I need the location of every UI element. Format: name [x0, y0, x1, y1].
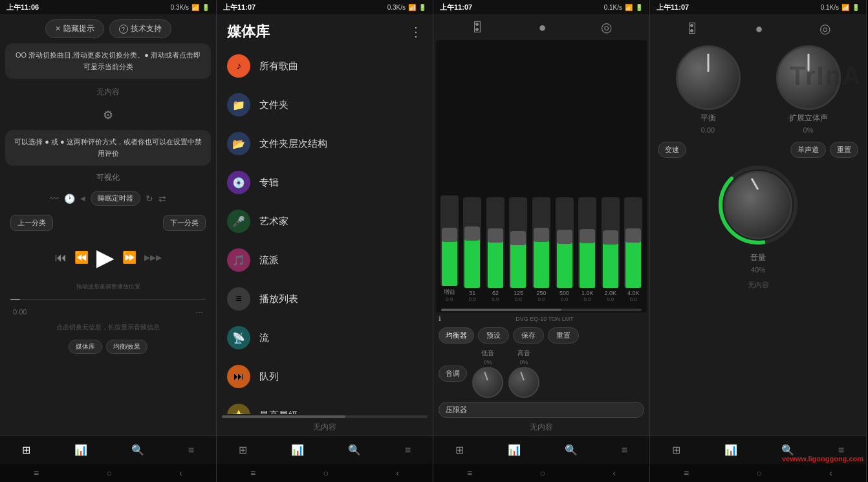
varispeed-button[interactable]: 变速 [658, 142, 686, 158]
s4-dot-icon[interactable]: ● [755, 21, 763, 36]
s4-sliders-icon[interactable]: 🎛 [686, 21, 699, 36]
eq-track-500[interactable] [556, 197, 574, 288]
eq-thumb-31[interactable] [464, 226, 480, 241]
save-button[interactable]: 保存 [513, 327, 544, 344]
chart-nav-icon-2[interactable]: 📊 [291, 444, 304, 456]
eq-track-31[interactable] [463, 197, 481, 288]
list-item-album[interactable]: 💿 专辑 [217, 163, 433, 202]
progress-area[interactable] [5, 298, 211, 301]
android-home-button-2[interactable]: ○ [323, 468, 329, 478]
search-nav-icon-3[interactable]: 🔍 [565, 444, 578, 456]
chart-nav-icon[interactable]: 📊 [74, 444, 87, 456]
timer-button[interactable]: 睡眠定时器 [91, 191, 140, 206]
volume-label: 音量 [750, 252, 766, 263]
eq-track-250[interactable] [532, 197, 550, 288]
fast-forward-button[interactable]: ⏩ [122, 250, 136, 265]
play-button[interactable]: ▶ [96, 244, 114, 271]
search-nav-icon[interactable]: 🔍 [131, 444, 144, 456]
visualize-label: 可视化 [5, 171, 211, 184]
eq-track-1k[interactable] [578, 197, 596, 288]
list-item-playlist[interactable]: ≡ 播放列表 [217, 279, 433, 318]
chart-nav-icon-4[interactable]: 📊 [724, 444, 737, 456]
list-item-stream[interactable]: 📡 流 [217, 318, 433, 357]
library-list: ♪ 所有歌曲 📁 文件夹 📂 文件夹层次结构 💿 专辑 🎤 艺术家 🎵 流 [217, 47, 433, 414]
android-back-button[interactable]: ‹ [179, 468, 182, 478]
android-menu-button-4[interactable]: ≡ [684, 468, 689, 478]
menu-dots-button[interactable]: ⋮ [409, 24, 422, 39]
eq-dot-icon[interactable]: ● [538, 20, 546, 35]
android-menu-button-3[interactable]: ≡ [467, 468, 472, 478]
network-speed-1: 0.3K/s [171, 4, 189, 11]
eq-sliders-icon[interactable]: 🎛 [471, 20, 484, 35]
menu-nav-icon-4[interactable]: ≡ [838, 444, 844, 456]
skip-back-button[interactable]: ⏮ [55, 251, 67, 265]
next-category-button[interactable]: 下一分类 [163, 215, 206, 231]
menu-nav-icon[interactable]: ≡ [188, 444, 194, 456]
eq-effects-button[interactable]: 均衡/效果 [106, 340, 148, 354]
reset-button-s4[interactable]: 重置 [830, 142, 858, 158]
eq-surround-icon[interactable]: ◎ [601, 19, 612, 35]
s4-top-icons: 🎛 ● ◎ [653, 17, 863, 40]
list-item-artist[interactable]: 🎤 艺术家 [217, 202, 433, 241]
chart-nav-icon-3[interactable]: 📊 [508, 444, 521, 456]
balance-knob[interactable] [676, 45, 741, 110]
list-item-genre[interactable]: 🎵 流派 [217, 241, 433, 279]
grid-nav-icon[interactable]: ⊞ [22, 444, 30, 456]
eq-thumb-2k[interactable] [603, 230, 618, 245]
list-item-queue[interactable]: ⏭ 队列 [217, 357, 433, 396]
android-menu-button[interactable]: ≡ [34, 468, 39, 478]
eq-track-gain[interactable] [440, 195, 459, 286]
eq-track-62[interactable] [486, 197, 505, 288]
eq-thumb-gain[interactable] [442, 228, 457, 242]
eq-track-2k[interactable] [602, 197, 620, 288]
android-home-button-3[interactable]: ○ [540, 468, 545, 478]
menu-nav-icon-2[interactable]: ≡ [405, 444, 411, 456]
grid-nav-icon-3[interactable]: ⊞ [455, 444, 464, 456]
mono-button[interactable]: 单声道 [790, 142, 826, 158]
grid-nav-icon-4[interactable]: ⊞ [672, 444, 680, 456]
eq-thumb-125[interactable] [510, 231, 526, 245]
reset-button-eq[interactable]: 重置 [548, 327, 579, 344]
list-item-all-songs[interactable]: ♪ 所有歌曲 [217, 47, 433, 85]
android-back-button-4[interactable]: ‹ [829, 468, 832, 478]
hide-hint-button[interactable]: ✕ 隐藏提示 [45, 19, 104, 38]
eq-scrollbar[interactable] [441, 309, 642, 311]
eq-thumb-1k[interactable] [580, 229, 595, 243]
menu-nav-icon-3[interactable]: ≡ [622, 444, 627, 456]
android-menu-button-2[interactable]: ≡ [250, 468, 255, 478]
skip-forward-button[interactable]: ▶▶▶ [144, 253, 162, 262]
eq-thumb-62[interactable] [488, 228, 503, 243]
list-item-top-rated[interactable]: ⭐ 最高星级 [217, 396, 433, 414]
eq-track-4k[interactable] [624, 197, 642, 288]
treble-knob-group: 高音 0% [508, 349, 539, 398]
android-back-button-3[interactable]: ‹ [613, 468, 616, 478]
progress-fill [10, 299, 20, 300]
grid-nav-icon-2[interactable]: ⊞ [239, 444, 247, 456]
tone-button[interactable]: 音调 [439, 366, 467, 382]
android-home-button[interactable]: ○ [107, 468, 112, 478]
settings-icon[interactable]: ⚙ [5, 105, 211, 125]
library-scrollbar[interactable] [222, 415, 428, 418]
prev-category-button[interactable]: 上一分类 [10, 215, 53, 231]
eq-thumb-4k[interactable] [625, 228, 641, 243]
list-item-folder[interactable]: 📁 文件夹 [217, 85, 433, 124]
treble-knob[interactable] [508, 367, 539, 398]
s4-surround-icon[interactable]: ◎ [819, 21, 830, 36]
android-home-button-4[interactable]: ○ [757, 468, 762, 478]
equalizer-tab-button[interactable]: 均衡器 [439, 327, 474, 344]
search-nav-icon-2[interactable]: 🔍 [348, 444, 361, 456]
progress-bar [10, 299, 206, 300]
compressor-button[interactable]: 压限器 [439, 402, 644, 418]
eq-thumb-250[interactable] [534, 228, 549, 242]
eq-thumb-500[interactable] [557, 230, 572, 244]
treble-value: 0% [519, 359, 528, 366]
volume-knob-inner[interactable] [724, 171, 792, 239]
tech-support-button[interactable]: ? 技术支持 [109, 19, 171, 38]
android-back-button-2[interactable]: ‹ [396, 468, 399, 478]
list-item-folder-hierarchy[interactable]: 📂 文件夹层次结构 [217, 124, 433, 163]
preset-button[interactable]: 预设 [478, 327, 509, 344]
rewind-button[interactable]: ⏪ [74, 250, 89, 265]
eq-track-125[interactable] [509, 197, 527, 288]
library-tab-button[interactable]: 媒体库 [69, 340, 102, 354]
bass-knob[interactable] [472, 367, 503, 398]
